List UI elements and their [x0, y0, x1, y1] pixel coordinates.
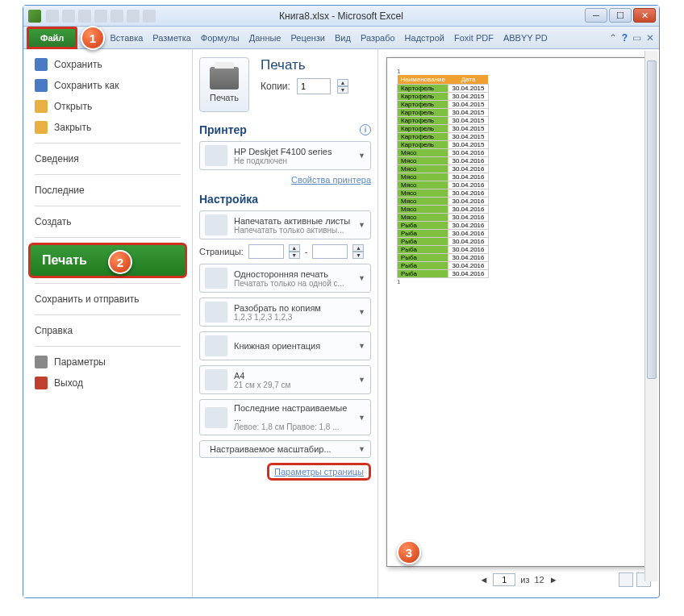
doc-close-icon[interactable]: ✕ [646, 32, 654, 44]
qat-button[interactable] [127, 10, 140, 23]
close-button[interactable]: ✕ [633, 8, 656, 23]
settings-section-title: Настройка [199, 193, 258, 206]
chevron-down-icon: ▼ [358, 342, 365, 350]
titlebar: Книга8.xlsx - Microsoft Excel ─ ☐ ✕ [23, 6, 659, 27]
nav-new[interactable]: Создать [23, 211, 192, 232]
backstage-nav: Сохранить Сохранить как Открыть Закрыть … [23, 49, 193, 597]
qat-undo-icon[interactable] [62, 10, 75, 23]
ribbon-tab[interactable]: Рецензи [286, 30, 330, 46]
printer-device-icon [205, 145, 227, 166]
margins-dropdown[interactable]: Последние настраиваемые ...Левое: 1,8 см… [199, 399, 371, 435]
ribbon-tab[interactable]: Надстрой [400, 30, 449, 46]
qat-button[interactable] [143, 10, 156, 23]
chevron-down-icon: ▼ [358, 414, 365, 422]
info-icon[interactable]: i [360, 124, 371, 135]
chevron-down-icon: ▼ [358, 308, 365, 316]
ribbon-tab[interactable]: ABBYY PD [498, 30, 553, 46]
copies-label: Копии: [261, 81, 290, 92]
close-folder-icon [35, 121, 48, 134]
page-setup-link[interactable]: Параметры страницы [274, 467, 364, 477]
window-title: Книга8.xlsx - Microsoft Excel [279, 10, 403, 22]
printer-properties-link[interactable]: Свойства принтера [291, 175, 371, 185]
current-page-input[interactable] [493, 573, 515, 586]
print-title: Печать [261, 57, 371, 73]
window-restore-icon[interactable]: ▭ [632, 32, 641, 44]
paper-icon [205, 369, 227, 390]
ribbon-minimize-icon[interactable]: ⌃ [609, 32, 617, 44]
qat-button[interactable] [111, 10, 123, 23]
print-button[interactable]: Печать [199, 57, 249, 112]
nav-send[interactable]: Сохранить и отправить [23, 289, 192, 310]
help-icon[interactable]: ? [622, 32, 628, 44]
sides-dropdown[interactable]: Односторонняя печатьПечатать только на о… [199, 264, 371, 293]
chevron-down-icon: ▼ [358, 152, 365, 160]
printer-dropdown[interactable]: HP Deskjet F4100 seriesНе подключен ▼ [199, 141, 371, 170]
qat-button[interactable] [94, 10, 107, 23]
copies-input[interactable] [297, 78, 331, 94]
chevron-down-icon: ▼ [358, 445, 365, 453]
nav-help[interactable]: Справка [23, 320, 192, 341]
copies-down[interactable]: ▼ [337, 86, 348, 94]
callout-3: 3 [397, 540, 421, 564]
page-to-up[interactable]: ▲ [352, 244, 364, 252]
save-icon [35, 58, 48, 71]
ribbon-tab[interactable]: Разметка [148, 30, 196, 46]
portrait-icon [205, 335, 227, 356]
print-settings-panel: Печать Печать Копии: ▲ ▼ [193, 49, 378, 597]
app-icon [28, 10, 41, 23]
print-what-dropdown[interactable]: Напечатать активные листыНапечатать толь… [199, 210, 371, 239]
callout-2: 2 [108, 250, 132, 274]
collate-icon [205, 302, 227, 323]
pages-label: Страницы: [199, 247, 244, 256]
nav-save-as[interactable]: Сохранить как [23, 75, 192, 96]
qat-redo-icon[interactable] [78, 10, 91, 23]
one-sided-icon [205, 268, 227, 289]
qat-save-icon[interactable] [46, 10, 59, 23]
ribbon-tabs: Файл наяВставкаРазметкаФормулыДанныеРеце… [23, 27, 659, 49]
nav-save[interactable]: Сохранить [23, 54, 192, 75]
page-from-input[interactable] [248, 244, 284, 259]
paper-dropdown[interactable]: A421 см x 29,7 см ▼ [199, 365, 371, 394]
copies-up[interactable]: ▲ [337, 79, 348, 86]
print-preview: 1 НаименованиеДата Картофель30.04.2015Ка… [378, 49, 659, 597]
nav-open[interactable]: Открыть [23, 96, 192, 117]
page-from-down[interactable]: ▼ [289, 252, 300, 259]
orientation-dropdown[interactable]: Книжная ориентация ▼ [199, 331, 371, 360]
save-as-icon [35, 79, 48, 92]
open-icon [35, 100, 48, 113]
nav-exit[interactable]: Выход [23, 373, 192, 393]
chevron-down-icon: ▼ [358, 274, 365, 282]
scale-dropdown[interactable]: Настраиваемое масштабир... ▼ [199, 440, 371, 458]
scrollbar-vertical[interactable] [644, 51, 657, 581]
minimize-button[interactable]: ─ [585, 8, 607, 23]
preview-pagination: ◄ из 12 ► [386, 570, 651, 589]
nav-close[interactable]: Закрыть [23, 117, 192, 138]
exit-icon [35, 377, 48, 389]
callout-1: 1 [81, 26, 105, 50]
printer-section-title: Принтер [199, 123, 247, 136]
ribbon-tab[interactable]: Разрабо [356, 30, 400, 46]
quick-access-toolbar [46, 10, 156, 23]
page-to-input[interactable] [312, 244, 348, 259]
ribbon-tab[interactable]: Вставка [105, 30, 148, 46]
ribbon-tab[interactable]: Формулы [196, 30, 244, 46]
next-page-button[interactable]: ► [549, 575, 558, 585]
margins-icon [205, 407, 227, 428]
nav-recent[interactable]: Последние [23, 180, 192, 201]
sheets-icon [205, 214, 227, 235]
nav-options[interactable]: Параметры [23, 352, 192, 373]
chevron-down-icon: ▼ [358, 376, 365, 384]
file-tab[interactable]: Файл [27, 27, 77, 49]
preview-page: 1 НаименованиеДата Картофель30.04.2015Ка… [386, 57, 651, 567]
ribbon-tab[interactable]: Foxit PDF [449, 30, 498, 46]
collate-dropdown[interactable]: Разобрать по копиям1,2,3 1,2,3 1,2,3 ▼ [199, 298, 371, 327]
page-from-up[interactable]: ▲ [289, 244, 300, 252]
ribbon-tab[interactable]: Вид [330, 30, 356, 46]
page-to-down[interactable]: ▼ [352, 252, 364, 259]
ribbon-tab[interactable]: Данные [244, 30, 286, 46]
nav-info[interactable]: Сведения [23, 148, 192, 169]
preview-table: НаименованиеДата Картофель30.04.2015Карт… [397, 75, 489, 278]
show-margins-button[interactable] [619, 572, 633, 587]
prev-page-button[interactable]: ◄ [479, 575, 488, 585]
maximize-button[interactable]: ☐ [609, 8, 632, 23]
